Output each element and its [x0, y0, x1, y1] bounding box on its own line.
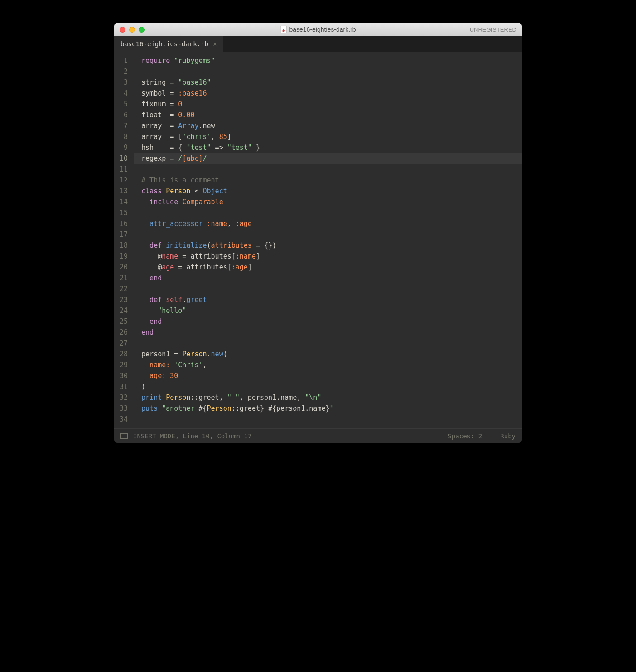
token-plain: = attributes[	[174, 263, 231, 271]
code-line[interactable]: end	[134, 273, 522, 283]
code-line[interactable]: regexp = /[abc]/	[134, 153, 522, 164]
close-tab-icon[interactable]: ×	[213, 40, 217, 48]
line-number: 29	[120, 360, 128, 370]
code-line[interactable]: include Comparable	[134, 197, 522, 207]
line-number: 15	[120, 207, 128, 218]
token-classname: Person	[182, 350, 207, 358]
token-plain: =	[170, 100, 178, 108]
token-plain: ::	[231, 404, 240, 413]
file-tab[interactable]: base16-eighties-dark.rb ×	[114, 36, 223, 52]
code-line[interactable]: name: 'Chris',	[134, 360, 522, 370]
maximize-icon[interactable]	[139, 27, 145, 33]
code-line[interactable]	[134, 207, 522, 218]
line-number: 17	[120, 229, 128, 240]
token-string: "base16"	[178, 78, 211, 86]
line-number: 27	[120, 338, 128, 349]
token-string: "hello"	[141, 307, 186, 315]
code-line[interactable]: hsh = { "test" => "test" }	[134, 142, 522, 153]
token-func: puts	[141, 404, 162, 413]
token-classname: Person	[166, 394, 190, 402]
code-line[interactable]: fixnum = 0	[134, 99, 522, 110]
code-line[interactable]	[134, 229, 522, 240]
line-number: 31	[120, 381, 128, 392]
code-line[interactable]: person1 = Person.new(	[134, 349, 522, 360]
token-plain: =	[170, 89, 178, 97]
token-string: 'Chris'	[174, 361, 202, 369]
token-plain: = {})	[252, 241, 276, 250]
status-right: Spaces: 2 Ruby	[448, 432, 516, 440]
token-func: greet	[186, 296, 207, 304]
token-const: :name	[207, 220, 227, 228]
token-number: 0	[178, 100, 182, 108]
code-line[interactable]: puts "another #{Person::greet} #{person1…	[134, 403, 522, 414]
code-line[interactable]: "hello"	[134, 305, 522, 316]
code-line[interactable]: class Person < Object	[134, 186, 522, 197]
editor-window: rb base16-eighties-dark.rb UNREGISTERED …	[114, 23, 522, 443]
token-plain: ,	[219, 394, 227, 402]
code-line[interactable]: attr_accessor :name, :age	[134, 218, 522, 229]
line-number: 10	[120, 153, 128, 164]
line-number: 12	[120, 175, 128, 186]
code-line[interactable]: age: 30	[134, 370, 522, 381]
code-area[interactable]: require "rubygems" string = "base16"symb…	[134, 52, 522, 428]
code-line[interactable]: symbol = :base16	[134, 88, 522, 99]
code-line[interactable]: print Person::greet, " ", person1.name, …	[134, 392, 522, 403]
line-number: 24	[120, 305, 128, 316]
token-string: 'chris'	[182, 133, 211, 141]
code-line[interactable]: string = "base16"	[134, 77, 522, 88]
code-line[interactable]: array = Array.new	[134, 120, 522, 131]
token-plain: = {	[170, 144, 186, 152]
token-string	[264, 404, 268, 413]
code-line[interactable]: def initialize(attributes = {})	[134, 240, 522, 251]
token-const: Comparable	[182, 198, 223, 206]
token-func: new	[211, 350, 223, 358]
code-line[interactable]: array = ['chris', 85]	[134, 131, 522, 142]
line-gutter: 1234567891011121314151617181920212223242…	[114, 52, 134, 428]
status-left: INSERT MODE, Line 10, Column 17	[120, 432, 251, 440]
token-plain: person1.name	[276, 404, 325, 413]
code-line[interactable]: end	[134, 327, 522, 338]
token-plain: ]	[256, 252, 260, 260]
token-string: "test"	[186, 144, 211, 152]
token-var: name	[162, 252, 178, 260]
close-icon[interactable]	[120, 27, 125, 33]
line-number: 2	[120, 66, 128, 77]
token-plain: hsh	[141, 144, 170, 152]
status-spaces[interactable]: Spaces: 2	[448, 432, 482, 440]
code-line[interactable]: require "rubygems"	[134, 55, 522, 66]
code-line[interactable]: @name = attributes[:name]	[134, 251, 522, 262]
token-plain: = attributes[	[178, 252, 235, 260]
code-line[interactable]	[134, 414, 522, 425]
token-plain: , person1.name,	[240, 394, 305, 402]
token-const: :age	[231, 263, 248, 271]
code-line[interactable]: def self.greet	[134, 294, 522, 305]
token-plain: =	[170, 154, 178, 163]
token-const: :base16	[178, 89, 207, 97]
code-line[interactable]: @age = attributes[:age]	[134, 262, 522, 273]
code-line[interactable]: end	[134, 316, 522, 327]
token-plain: #{	[268, 404, 276, 413]
token-string: "test"	[227, 144, 252, 152]
line-number: 4	[120, 88, 128, 99]
token-keyword: def	[141, 241, 166, 250]
line-number: 25	[120, 316, 128, 327]
token-plain: =	[170, 122, 178, 130]
code-line[interactable]: )	[134, 381, 522, 392]
code-line[interactable]	[134, 164, 522, 175]
token-plain: .	[199, 122, 203, 130]
minimize-icon[interactable]	[129, 27, 135, 33]
editor-area[interactable]: 1234567891011121314151617181920212223242…	[114, 52, 522, 428]
panel-icon[interactable]	[120, 433, 128, 439]
line-number: 3	[120, 77, 128, 88]
line-number: 18	[120, 240, 128, 251]
code-line[interactable]: # This is a comment	[134, 175, 522, 186]
code-line[interactable]	[134, 338, 522, 349]
line-number: 6	[120, 110, 128, 120]
code-line[interactable]	[134, 66, 522, 77]
code-line[interactable]	[134, 283, 522, 294]
line-number: 1	[120, 55, 128, 66]
code-line[interactable]: float = 0.00	[134, 110, 522, 120]
token-plain: ,	[211, 133, 219, 141]
status-lang[interactable]: Ruby	[500, 432, 516, 440]
line-number: 28	[120, 349, 128, 360]
